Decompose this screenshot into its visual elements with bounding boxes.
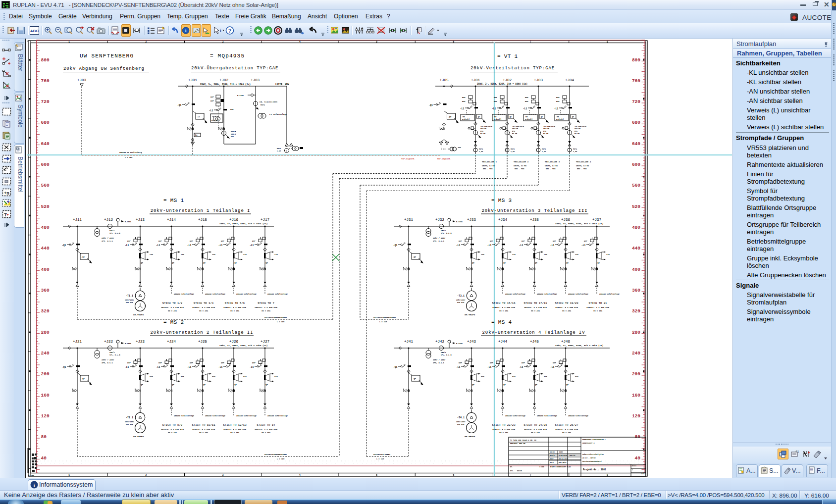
svg-text:600: 600 — [41, 162, 50, 167]
svg-text:160: 160 — [632, 393, 640, 398]
svg-text:+n: +n — [4, 191, 9, 196]
svg-text:Datum: Datum — [517, 470, 522, 472]
svg-text:-Q8: -Q8 — [202, 262, 206, 264]
svg-text:LEISTL. 1 x 630 KVA: LEISTL. 1 x 630 KVA — [255, 428, 277, 430]
svg-text:20kV / 400V: 20kV / 400V — [102, 237, 114, 239]
svg-text:640: 640 — [41, 141, 50, 147]
svg-text:+JU: +JU — [243, 375, 247, 377]
svg-text:TE: TE — [212, 115, 214, 117]
svg-text:DMF: DMF — [490, 362, 494, 364]
svg-text:RN74: RN74 — [511, 148, 515, 150]
svg-text:40: 40 — [41, 455, 47, 461]
svg-text:20kV, 3~, 50Hz, 630A, Ith = 16: 20kV, 3~, 50Hz, 630A, Ith = 16kA (1s) — [219, 344, 268, 347]
svg-text:+J13: +J13 — [136, 218, 145, 222]
svg-text:480: 480 — [632, 225, 640, 230]
svg-text:7: 7 — [530, 474, 531, 476]
svg-text:-Q1: -Q1 — [62, 366, 66, 368]
svg-text:ABGANG Schaltanlage: ABGANG Schaltanlage — [568, 293, 588, 295]
svg-text:+J05: +J05 — [439, 78, 449, 82]
svg-text:680: 680 — [632, 120, 640, 125]
svg-text:DMF: DMF — [190, 240, 194, 242]
svg-text:-L1: -L1 — [218, 244, 223, 247]
svg-text:DMF: DMF — [525, 97, 529, 99]
svg-text:SPL, O.L.B: SPL, O.L.B — [109, 354, 120, 356]
svg-text:280: 280 — [41, 330, 50, 335]
svg-text:6: 6 — [453, 41, 455, 43]
svg-text:SPA/UE: SPA/UE — [512, 128, 518, 130]
svg-text:630 KVA: 630 KVA — [457, 302, 465, 303]
svg-text:-L1: -L1 — [519, 366, 523, 368]
svg-text:GH-TRAFO: GH-TRAFO — [465, 435, 475, 438]
svg-text:+JU: +JU — [575, 253, 579, 255]
svg-text:+JU: +JU — [512, 375, 516, 377]
svg-text:5: 5 — [376, 474, 377, 476]
svg-text:1,2M: 1,2M — [542, 151, 546, 152]
svg-text:DMF: DMF — [210, 96, 214, 98]
svg-text:STICH TR 10/11: STICH TR 10/11 — [192, 423, 216, 427]
svg-text:BZ 05: BZ 05 — [575, 133, 579, 135]
svg-text:800: 800 — [632, 57, 640, 63]
svg-text:ABGANG Schaltanlage: ABGANG Schaltanlage — [505, 293, 525, 295]
svg-text:BTL: BTL — [512, 130, 515, 132]
svg-text:DMF: DMF — [494, 97, 498, 99]
svg-text:GH-TRAFO: GH-TRAFO — [133, 435, 144, 438]
svg-text:+J41: +J41 — [404, 340, 414, 344]
svg-text:BTL: BTL — [575, 130, 577, 132]
svg-text:-Q0: -Q0 — [413, 378, 417, 380]
svg-text:360: 360 — [632, 288, 640, 293]
svg-text:-L1: -L1 — [187, 366, 192, 368]
svg-text:Erdschl: Erdschl — [462, 118, 470, 120]
svg-text:+JU: +JU — [544, 375, 548, 377]
svg-text:8: 8 — [607, 474, 608, 476]
svg-text:BZ 05: BZ 05 — [480, 133, 485, 135]
svg-text:DMF: DMF — [252, 362, 256, 364]
svg-text:+J43: +J43 — [467, 340, 476, 344]
svg-text:DMF: DMF — [584, 240, 588, 242]
svg-text:TEILANLAGE 1: TEILANLAGE 1 — [482, 161, 497, 163]
svg-text:-Q8: -Q8 — [502, 262, 506, 264]
svg-text:4: 4 — [299, 474, 301, 476]
svg-text:IN = 40A: IN = 40A — [531, 432, 540, 434]
svg-text:+J23: +J23 — [136, 340, 145, 344]
svg-text:-L1: -L1 — [156, 366, 160, 368]
svg-text:= MS 4: = MS 4 — [491, 319, 512, 325]
svg-text:DMF: DMF — [490, 240, 494, 242]
svg-text:SPA/UE: SPA/UE — [480, 128, 486, 130]
svg-text:LEISTL. 2 x 630 KVA: LEISTL. 2 x 630 KVA — [192, 306, 215, 308]
svg-text:IN = 40A: IN = 40A — [168, 310, 177, 312]
svg-text:ABC: ABC — [30, 29, 39, 33]
svg-text:20kV-Unterstation 2 Teilanlage: 20kV-Unterstation 2 Teilanlage II — [151, 330, 254, 335]
svg-text:3PH, O.S.S: 3PH, O.S.S — [102, 240, 113, 242]
svg-text:-L1: -L1 — [460, 107, 465, 110]
svg-text:+JU: +JU — [274, 253, 278, 255]
svg-text:IN = 40A: IN = 40A — [531, 310, 540, 312]
svg-text:CB- Statistiken: CB- Statistiken — [260, 101, 278, 103]
svg-text:-Q8: -Q8 — [140, 384, 144, 386]
svg-text:L = 1KM: L = 1KM — [376, 458, 384, 460]
svg-text:+J16: +J16 — [229, 218, 239, 222]
svg-text:STICH TR 5/6: STICH TR 5/6 — [225, 302, 245, 305]
svg-text:600: 600 — [632, 162, 640, 167]
svg-text:IN = 40A: IN = 40A — [230, 310, 240, 312]
svg-text:LEISTL. 2 x 630 KVA: LEISTL. 2 x 630 KVA — [524, 306, 547, 308]
svg-text:ABGANG Schaltanlage: ABGANG Schaltanlage — [174, 293, 194, 295]
svg-text:STICH TR 19/20: STICH TR 19/20 — [555, 302, 579, 305]
svg-text:-Q1: -Q1 — [62, 244, 66, 247]
svg-text:Bl.: Bl. — [550, 466, 553, 468]
svg-text:GH-TRAFO: GH-TRAFO — [133, 313, 144, 316]
svg-text:20kV, 3~, 50Hz, 630A, Ith = 16: 20kV, 3~, 50Hz, 630A, Ith = 16kA (1s) — [555, 222, 604, 225]
svg-text:Norm: Norm — [550, 461, 554, 463]
svg-text:40: 40 — [635, 455, 641, 461]
svg-text:IN = 40A: IN = 40A — [562, 432, 572, 434]
svg-text:680: 680 — [41, 120, 50, 125]
svg-text:DMF: DMF — [553, 362, 557, 364]
svg-text:TNF15: TNF15 — [231, 131, 236, 133]
svg-text:DMF: DMF — [556, 97, 560, 99]
svg-text:520: 520 — [632, 204, 640, 209]
svg-text:800: 800 — [41, 57, 50, 63]
svg-text:ABGANG Schaltanlage: ABGANG Schaltanlage — [236, 415, 257, 417]
svg-text:+JU: +JU — [243, 253, 247, 255]
svg-text:-L1: -L1 — [156, 244, 160, 247]
svg-text:LEISTL. 2 x 630 KVA: LEISTL. 2 x 630 KVA — [161, 306, 184, 308]
svg-text:HE: HE — [525, 116, 528, 118]
